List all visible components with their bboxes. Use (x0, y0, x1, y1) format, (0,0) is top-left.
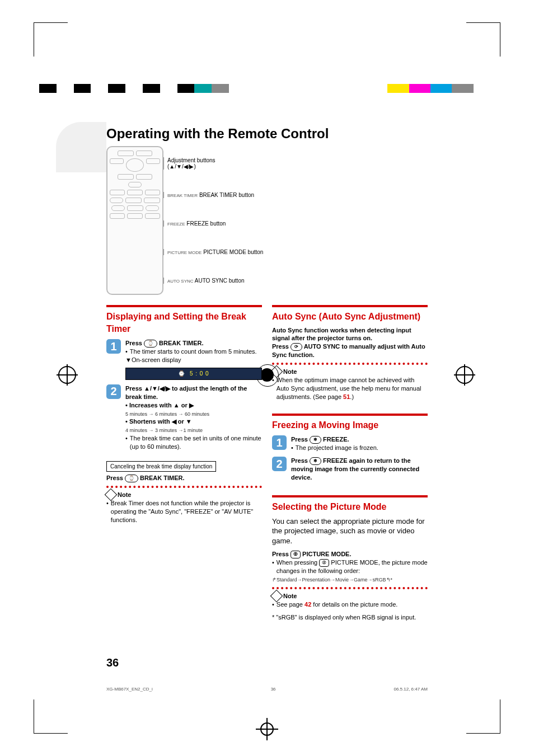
remote-diagram: Adjustment buttons (▲/▼/◀/▶) BREAK TIMER… (106, 146, 428, 295)
picture-mode-intro: You can select the appropriate picture m… (272, 516, 428, 546)
osd-display: ⌚ 5 : 0 0 (125, 368, 262, 380)
bullet: The break time can be set in units of on… (125, 434, 262, 451)
note-heading: Note (272, 367, 428, 376)
heading-picture-mode: Selecting the Picture Mode (272, 501, 428, 513)
crop-mark (466, 699, 500, 734)
registration-mark (260, 722, 274, 736)
freeze-step-1: 1 Press ❄ FREEZE. The projected image is… (272, 435, 428, 452)
break-timer-button-icon: ⌚ (144, 340, 157, 348)
bullet: When pressing ⦿ PICTURE MODE, the pictur… (272, 558, 428, 575)
columns: Displaying and Setting the Break Timer 1… (106, 305, 428, 622)
section-bar (106, 305, 262, 307)
bullet: The timer starts to count down from 5 mi… (125, 348, 262, 356)
auto-sync-button-icon: ⟳ (291, 343, 302, 351)
heading-break-timer: Displaying and Setting the Break Timer (106, 311, 262, 335)
right-column: Auto Sync (Auto Sync Adjustment) Auto Sy… (272, 305, 428, 622)
registration-mark (456, 366, 474, 384)
page-number: 36 (106, 656, 119, 669)
step-number: 1 (106, 339, 121, 354)
page-title: Operating with the Remote Control (106, 126, 428, 142)
color-bar-right (366, 84, 495, 93)
crop-mark (34, 699, 68, 734)
footer-file: XG-MB67X_EN2_CD_i (106, 687, 153, 692)
callout-picture-mode: PICTURE MODE PICTURE MODE button (163, 249, 428, 255)
dotted-rule (272, 587, 428, 589)
picture-mode-footnote: * "sRGB" is displayed only when RGB sign… (272, 613, 428, 622)
dotted-rule (106, 486, 262, 488)
page: Operating with the Remote Control Adjust… (0, 0, 534, 756)
section-bar (272, 495, 428, 497)
freeze-button-icon: ❄ (310, 457, 321, 465)
note-bullet: See page 42 for details on the picture m… (272, 600, 428, 609)
registration-mark (58, 366, 76, 384)
callout-auto-sync: AUTO SYNC AUTO SYNC button (163, 278, 428, 284)
callout-adjustment: Adjustment buttons (▲/▼/◀/▶) (163, 157, 428, 170)
osd-label: ▼On-screen display (125, 356, 262, 364)
break-timer-button-icon: ⌚ (125, 475, 138, 482)
freeze-button-icon: ❄ (310, 436, 321, 444)
step-number: 2 (106, 384, 121, 399)
cancel-box: Canceling the break time display functio… (106, 461, 216, 472)
footer: XG-MB67X_EN2_CD_i 36 06.5.12, 6:47 AM (106, 687, 428, 692)
auto-sync-body: Auto Sync function works when detecting … (272, 327, 411, 342)
callout-freeze: FREEZE FREEZE button (163, 220, 428, 227)
heading-auto-sync: Auto Sync (Auto Sync Adjustment) (272, 311, 428, 323)
remote-illustration (106, 146, 163, 295)
picture-mode-button-icon: ⦿ (291, 551, 301, 558)
picture-mode-cycle: ↱Standard→Presentation→Movie→Game→sRGB↰* (272, 577, 392, 583)
step-number: 2 (272, 457, 287, 471)
break-step-1: 1 Press ⌚ BREAK TIMER. The timer starts … (106, 339, 262, 380)
freeze-step-2: 2 Press ❄ FREEZE again to return to the … (272, 457, 428, 482)
section-bar (272, 414, 428, 416)
content-area: Operating with the Remote Control Adjust… (106, 126, 428, 678)
heading-freeze: Freezing a Moving Image (272, 419, 428, 431)
note-heading: Note (106, 490, 262, 499)
left-column: Displaying and Setting the Break Timer 1… (106, 305, 262, 622)
break-step-2: 2 Press ▲/▼/◀/▶ to adjust the length of … (106, 384, 262, 451)
picture-mode-button-icon: ⦿ (319, 559, 329, 567)
footer-timestamp: 06.5.12, 6:47 AM (394, 687, 428, 692)
remote-callouts: Adjustment buttons (▲/▼/◀/▶) BREAK TIMER… (169, 146, 428, 295)
note-heading: Note (272, 591, 428, 600)
note-bullet: When the optimum image cannot be achieve… (272, 376, 428, 401)
crop-mark (34, 22, 68, 57)
bullet: The projected image is frozen. (291, 444, 428, 452)
step-number: 1 (272, 435, 287, 450)
tab-decoration (56, 122, 106, 172)
dotted-rule (272, 363, 428, 365)
section-bar (272, 305, 428, 307)
callout-break-timer: BREAK TIMER BREAK TIMER button (163, 192, 428, 198)
footer-page: 36 (271, 687, 276, 692)
crop-mark (466, 22, 500, 57)
note-bullet: Break Timer does not function while the … (106, 499, 262, 524)
color-bar-left (39, 84, 246, 93)
